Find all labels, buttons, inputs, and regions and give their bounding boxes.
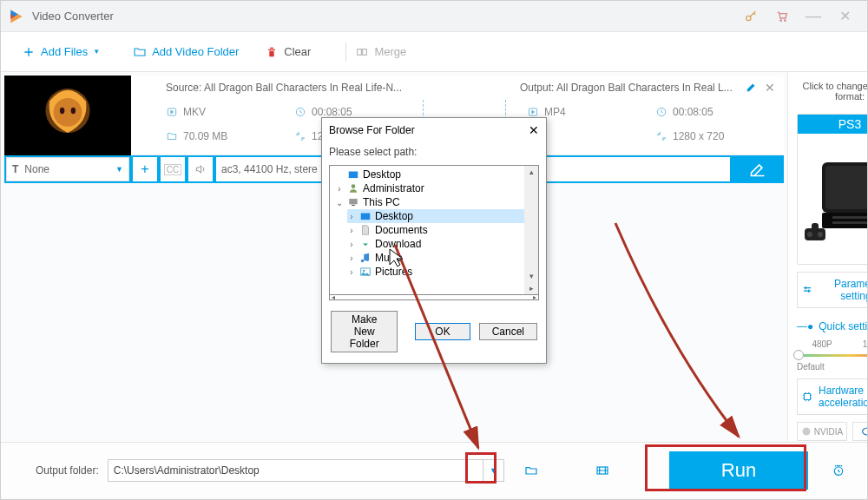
svg-point-22: [818, 232, 823, 237]
ok-button[interactable]: OK: [415, 323, 470, 340]
subtitle-select[interactable]: T None ▼: [6, 157, 129, 181]
bottom-bar: Output folder: ▼ Run: [1, 442, 867, 497]
svg-point-8: [60, 108, 64, 114]
tree-item[interactable]: ›Administrator: [335, 181, 538, 195]
svg-rect-15: [825, 166, 868, 209]
minimize-button[interactable]: —: [798, 1, 829, 32]
format-image: [798, 134, 868, 264]
merge-label: Merge: [374, 45, 406, 58]
clear-label: Clear: [284, 45, 311, 58]
output-folder-dropdown[interactable]: ▼: [483, 459, 504, 482]
output-duration: 00:08:05: [673, 106, 713, 118]
tree-item[interactable]: Desktop: [335, 168, 538, 181]
intel-badge: Intel: [852, 422, 868, 441]
tree-item[interactable]: ⌄This PC: [335, 195, 538, 209]
svg-rect-16: [822, 213, 868, 228]
toolbar-separator: [345, 43, 346, 62]
tree-item[interactable]: ›Pictures: [347, 265, 538, 279]
dialog-message: Please select path:: [322, 142, 546, 165]
audio-icon: [188, 157, 213, 181]
cancel-button[interactable]: Cancel: [479, 323, 537, 340]
output-folder-label: Output folder:: [36, 464, 99, 477]
gpu-row: NVIDIA Intel: [797, 422, 868, 441]
source-format: MKV: [183, 106, 206, 118]
svg-point-21: [807, 232, 812, 237]
add-files-label: Add Files: [41, 45, 88, 58]
merge-button[interactable]: Merge: [355, 45, 406, 59]
schedule-button[interactable]: [824, 464, 853, 477]
video-folder-button[interactable]: [588, 458, 617, 483]
edit-audio-button[interactable]: [732, 161, 784, 178]
slider-thumb[interactable]: [793, 350, 804, 360]
toolbar: Add Files ▼ Add Video Folder Clear Merge: [1, 32, 867, 72]
svg-rect-32: [349, 172, 358, 179]
run-label: Run: [721, 459, 756, 482]
close-button[interactable]: ✕: [829, 1, 860, 32]
svg-point-2: [785, 20, 786, 21]
clear-button[interactable]: Clear: [265, 45, 311, 59]
svg-rect-36: [361, 214, 371, 220]
format-name: PS3: [838, 117, 861, 131]
svg-rect-20: [812, 223, 819, 230]
svg-rect-17: [832, 216, 867, 219]
svg-point-9: [71, 108, 76, 114]
parameter-label: Parameter settings: [819, 278, 868, 302]
add-files-button[interactable]: Add Files ▼: [22, 45, 107, 59]
run-button[interactable]: Run: [669, 451, 808, 490]
svg-point-7: [54, 98, 82, 127]
make-new-folder-button[interactable]: Make New Folder: [331, 311, 398, 352]
tree-item[interactable]: ›Download: [347, 237, 538, 251]
cc-button[interactable]: CC: [161, 157, 185, 181]
subtitle-value: None: [24, 163, 49, 175]
open-folder-button[interactable]: [516, 458, 546, 483]
format-card[interactable]: PS3 ▼: [797, 114, 868, 265]
app-logo: [8, 8, 25, 25]
output-label: Output: All Dragon Ball Characters In Re…: [520, 82, 746, 94]
remove-item-button[interactable]: ✕: [765, 81, 775, 95]
app-title: Video Converter: [32, 10, 735, 23]
cart-icon[interactable]: [766, 1, 798, 32]
quick-setting-label: —● Quick setting: [797, 320, 868, 332]
tree-item[interactable]: ›Documents: [347, 223, 538, 237]
svg-point-33: [352, 184, 356, 188]
browse-folder-dialog: Browse For Folder ✕ Please select path: …: [321, 117, 547, 364]
svg-rect-18: [832, 221, 867, 224]
titlebar: Video Converter — ✕: [1, 1, 867, 32]
svg-point-28: [802, 428, 810, 436]
dialog-title: Browse For Folder: [329, 124, 415, 136]
quality-slider[interactable]: 480P1080P Default720P: [797, 339, 868, 372]
hardware-accel-button[interactable]: Hardware acceleration: [797, 378, 868, 415]
svg-rect-35: [352, 205, 355, 206]
parameter-settings-button[interactable]: Parameter settings: [797, 272, 868, 308]
output-folder-input[interactable]: [108, 459, 483, 482]
svg-point-29: [863, 428, 868, 435]
edit-output-button[interactable]: [746, 81, 758, 95]
output-format-panel: Click to change output format: PS3 ▼: [787, 72, 868, 442]
thumbnail[interactable]: [4, 76, 131, 155]
add-video-folder-button[interactable]: Add Video Folder: [133, 45, 239, 59]
source-label: Source: All Dragon Ball Characters In Re…: [166, 82, 520, 94]
add-folder-label: Add Video Folder: [152, 45, 239, 58]
folder-tree[interactable]: Desktop ›Administrator ⌄This PC ›Desktop…: [329, 165, 539, 295]
hw-label: Hardware acceleration: [819, 385, 868, 409]
output-format: MP4: [544, 106, 566, 118]
svg-point-38: [363, 270, 365, 272]
source-duration: 00:08:05: [312, 106, 352, 118]
add-files-caret-icon[interactable]: ▼: [93, 48, 100, 56]
key-icon[interactable]: [735, 1, 766, 32]
add-track-button[interactable]: +: [133, 157, 157, 181]
tree-scrollbar[interactable]: ▴▾▸: [524, 166, 538, 294]
format-hint: Click to change output format:: [797, 81, 868, 102]
tree-item[interactable]: ›Music: [347, 251, 538, 265]
svg-rect-27: [805, 394, 811, 400]
tree-item-selected[interactable]: ›Desktop: [347, 209, 538, 223]
audio-codec-value: ac3, 44100 Hz, stere: [221, 163, 318, 175]
source-size: 70.09 MB: [183, 130, 227, 142]
svg-point-0: [746, 16, 751, 20]
output-res: 1280 x 720: [673, 130, 724, 142]
nvidia-badge: NVIDIA: [797, 422, 847, 441]
svg-rect-4: [363, 49, 367, 55]
svg-rect-34: [349, 199, 357, 204]
svg-point-1: [780, 20, 781, 21]
dialog-close-button[interactable]: ✕: [529, 123, 539, 137]
